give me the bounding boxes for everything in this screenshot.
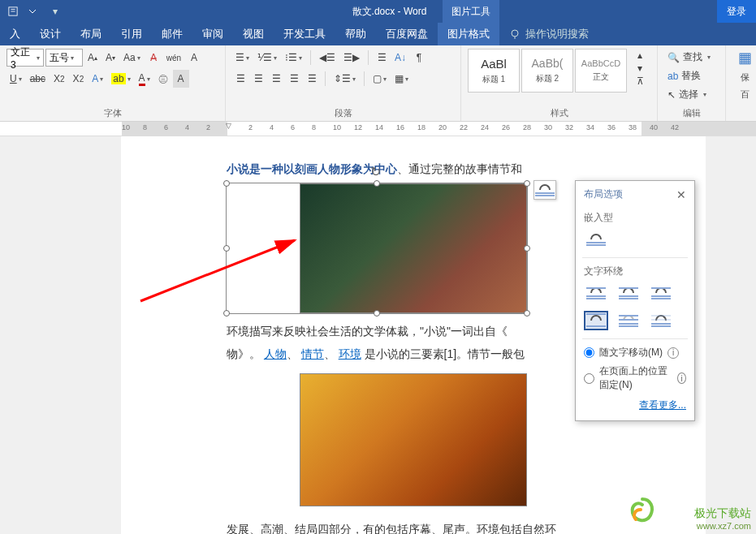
paragraph-2[interactable]: 环境描写来反映社会生活的文学体裁，"小说"一词出自《 [227,320,624,342]
multilevel-list-button[interactable]: ⁝☰▾ [282,49,305,67]
move-with-text-radio[interactable]: 随文字移动(M) i [584,346,686,360]
select-button[interactable]: ↖选择▾ [664,86,714,103]
tab-layout[interactable]: 布局 [71,23,111,45]
layout-options-popup: 布局选项 ✕ 嵌入型 文字环绕 随文字移动(M) i 在页面上的位置固定(N) … [575,180,695,421]
qat-dropdown-icon[interactable] [24,2,41,20]
grow-font-button[interactable]: A▴ [84,49,101,67]
distribute-button[interactable]: ☰ [304,70,320,88]
link-plot[interactable]: 情节 [301,347,324,360]
see-more-link[interactable]: 查看更多... [584,398,686,412]
tab-insert[interactable]: 入 [0,23,30,45]
font-style-combo[interactable]: 文正3▾ [6,49,44,67]
borders-button[interactable]: ▦▾ [391,70,412,88]
superscript-button[interactable]: X2 [70,70,88,88]
tab-help[interactable]: 帮助 [335,23,376,45]
tab-baidu[interactable]: 百度网盘 [376,23,438,45]
autosave-icon[interactable] [5,2,21,20]
styles-scroll-up[interactable]: ▴ [632,49,648,62]
login-button[interactable]: 登录 [717,0,756,23]
replace-icon: ab [667,71,678,82]
line-spacing-button[interactable]: ⇕☰▾ [330,70,359,88]
font-group: 文正3▾ 五号▾ A▴ A▾ Aa▾ A̶ wén A U▾ abc X2 X2… [0,45,226,121]
wrap-square-option[interactable] [584,283,608,303]
document-title: 散文.docx - Word [62,5,717,19]
image-2[interactable] [227,373,527,506]
shrink-font-button[interactable]: A▾ [102,49,119,67]
rotate-handle-icon[interactable]: ↻ [370,164,383,177]
styles-scroll-down[interactable]: ▾ [632,62,648,75]
increase-indent-button[interactable]: ☰▶ [340,49,363,67]
change-case-button[interactable]: Aa▾ [120,49,144,67]
style-heading1[interactable]: AaBl 标题 1 [468,49,520,93]
shading-button[interactable]: ▢▾ [369,70,390,88]
wrap-front-option[interactable] [649,311,673,330]
align-center-button[interactable]: ☰ [250,70,266,88]
strikethrough-button[interactable]: abc [27,70,49,88]
highlight-button[interactable]: ab▾ [108,70,133,88]
tab-view[interactable]: 视图 [233,23,274,45]
show-marks-button[interactable]: ¶ [411,49,427,67]
subscript-button[interactable]: X2 [50,70,68,88]
link-environment[interactable]: 环境 [339,347,361,360]
horizontal-ruler[interactable]: ▽ 10864224681012141618202224262830323436… [0,122,756,136]
wrap-icon [535,183,555,197]
qat-overflow[interactable]: ▾ [49,5,62,18]
tell-me-search[interactable]: 操作说明搜索 [499,23,598,45]
tab-design[interactable]: 设计 [30,23,71,45]
text-effects-button[interactable]: A▾ [89,70,106,88]
font-size-combo[interactable]: 五号▾ [45,49,83,67]
style-normal[interactable]: AaBbCcD 正文 [575,49,627,93]
selected-image[interactable]: ↻ [227,183,527,313]
info-icon[interactable]: i [677,373,686,384]
replace-button[interactable]: ab替换 [664,67,714,84]
wrap-inline-option[interactable] [584,230,608,249]
style-gallery[interactable]: AaBl 标题 1 AaBb( 标题 2 AaBbCcD 正文 [468,49,627,93]
save-group: ▦ 保 百 [726,45,754,121]
styles-group-label: 样式 [468,106,650,119]
fix-position-radio[interactable]: 在页面上的位置固定(N) i [584,364,686,392]
tab-review[interactable]: 审阅 [192,23,233,45]
save-icon[interactable]: ▦ [738,49,752,67]
wrap-tight-option[interactable] [616,283,641,303]
info-icon[interactable]: i [667,347,679,359]
indent-marker-icon[interactable]: ▽ [226,122,231,130]
decrease-indent-button[interactable]: ◀☰ [316,49,339,67]
picture-tools-header: 图片工具 [443,0,499,23]
font-color-button[interactable]: A▾ [136,70,153,88]
layout-options-button[interactable] [534,180,556,200]
paragraph-1[interactable]: 小说是一种以刻画人物形象为中心、通过完整的故事情节和 [227,157,624,180]
enclose-char-button[interactable]: ㊂ [155,70,171,88]
justify-button[interactable]: ☰ [286,70,302,88]
tab-mailings[interactable]: 邮件 [152,23,192,45]
styles-expand[interactable]: ⊼ [632,75,648,88]
align-left-button[interactable]: ☰ [232,70,248,88]
numbering-button[interactable]: ⅟☰▾ [254,49,280,67]
sort-button[interactable]: A↓ [391,49,409,67]
edit-group-label: 编辑 [664,106,719,119]
wrap-behind-option[interactable] [616,311,641,330]
tab-developer[interactable]: 开发工具 [274,23,335,45]
styles-group: AaBl 标题 1 AaBb( 标题 2 AaBbCcD 正文 ▴ ▾ ⊼ 样式 [461,45,658,121]
wrap-topbottom-option[interactable] [584,311,608,330]
pointer-icon: ↖ [667,89,676,101]
char-border-button[interactable]: A [186,49,202,67]
align-right-button[interactable]: ☰ [268,70,284,88]
paragraph-4[interactable]: 发展、高潮、结局四部分，有的包括序幕、尾声。环境包括自然环 [227,518,624,534]
style-heading2[interactable]: AaBb( 标题 2 [521,49,573,93]
link-person[interactable]: 人物 [264,347,287,360]
bullets-button[interactable]: ☰▾ [232,49,253,67]
find-button[interactable]: 🔍查找▾ [664,49,714,66]
tab-references[interactable]: 引用 [111,23,152,45]
wrap-through-option[interactable] [649,283,673,303]
underline-button[interactable]: U▾ [6,70,25,88]
close-icon[interactable]: ✕ [676,188,686,201]
ltr-button[interactable]: ☰ [374,49,390,67]
font-group-label: 字体 [6,106,218,119]
tab-picture-format[interactable]: 图片格式 [438,23,499,45]
watermark: 极光下载站 www.xz7.com [694,506,751,531]
paragraph-3[interactable]: 物》。 人物、 情节、 环境 是小说的三要素[1]。情节一般包 [227,342,624,365]
phonetic-guide-button[interactable]: wén [163,49,184,67]
char-shading-button[interactable]: A [173,70,189,88]
clear-formatting-button[interactable]: A̶ [145,49,162,67]
edit-group: 🔍查找▾ ab替换 ↖选择▾ 编辑 [658,45,726,121]
